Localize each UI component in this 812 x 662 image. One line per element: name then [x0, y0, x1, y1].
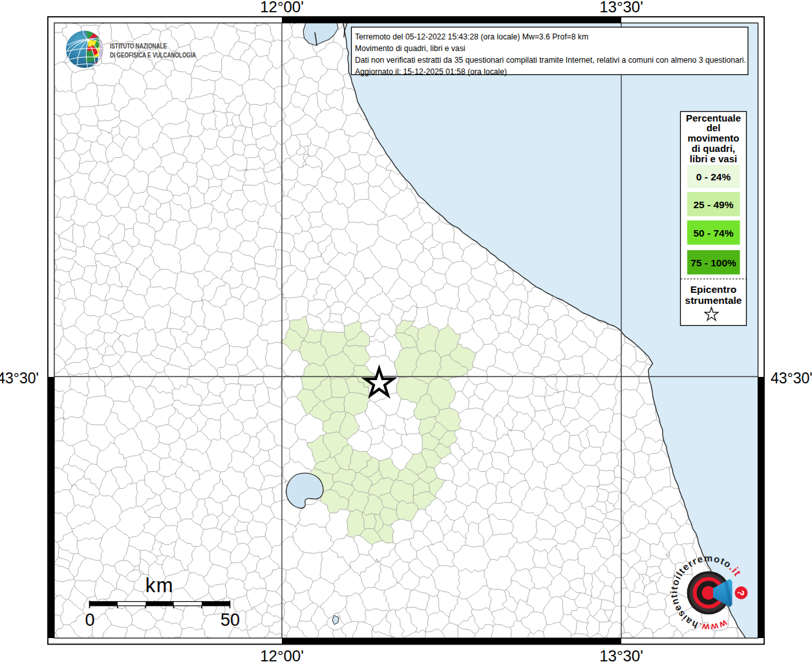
svg-text:43°30': 43°30'	[0, 370, 39, 387]
svg-text:0: 0	[85, 610, 94, 630]
svg-text:50: 50	[220, 610, 240, 630]
svg-text:13°30': 13°30'	[599, 647, 643, 662]
svg-text:25 - 49%: 25 - 49%	[693, 199, 733, 210]
svg-text:Movimento di quadri, libri e v: Movimento di quadri, libri e vasi	[355, 44, 465, 53]
svg-text:del: del	[707, 122, 721, 133]
svg-text:Percentuale: Percentuale	[686, 112, 741, 123]
svg-text:ISTITUTO NAZIONALE: ISTITUTO NAZIONALE	[110, 41, 167, 50]
svg-text:km: km	[145, 574, 174, 597]
svg-text:Aggiornato il: 15-12-2025 01:5: Aggiornato il: 15-12-2025 01:58 (ora loc…	[355, 67, 507, 76]
svg-text:movimento: movimento	[687, 133, 739, 144]
svg-text:di quadri,: di quadri,	[692, 143, 736, 154]
svg-text:Terremoto del 05-12-2022 15:43: Terremoto del 05-12-2022 15:43:28 (ora l…	[355, 32, 588, 41]
svg-text:?: ?	[736, 590, 747, 595]
svg-text:43°30': 43°30'	[771, 370, 812, 387]
svg-text:12°00': 12°00'	[260, 0, 304, 16]
svg-text:Epicentro: Epicentro	[690, 284, 736, 295]
svg-text:libri e vasi: libri e vasi	[690, 153, 737, 164]
svg-text:DI GEOFISICA E VULCANOLOGIA: DI GEOFISICA E VULCANOLOGIA	[110, 51, 196, 59]
svg-text:0 - 24%: 0 - 24%	[696, 171, 731, 182]
svg-text:75 - 100%: 75 - 100%	[690, 257, 736, 268]
svg-text:strumentale: strumentale	[685, 295, 742, 306]
svg-text:50 - 74%: 50 - 74%	[693, 228, 733, 239]
svg-text:12°00': 12°00'	[260, 647, 304, 662]
svg-text:Dati non verificati estratti d: Dati non verificati estratti da 35 quest…	[355, 56, 746, 65]
svg-text:13°30': 13°30'	[599, 0, 643, 16]
